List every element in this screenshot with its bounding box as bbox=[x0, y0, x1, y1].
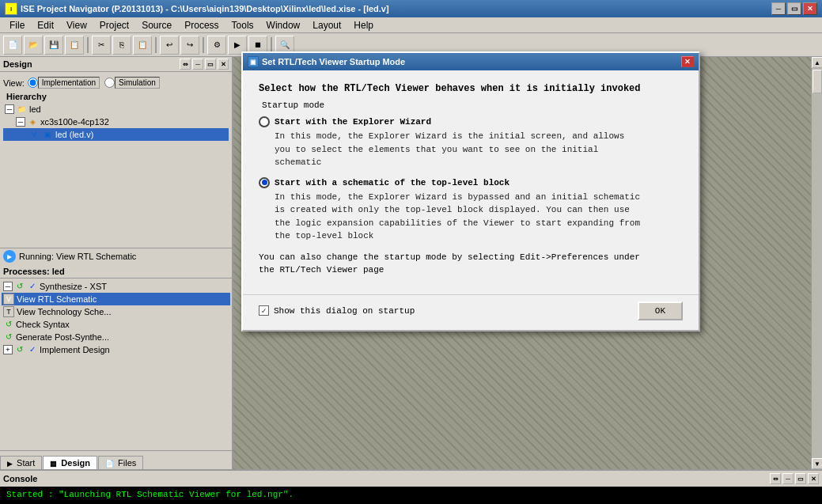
radio-option-1: Start with the Explorer Wizard In this m… bbox=[259, 116, 683, 169]
modal-heading: Select how the RTL/Tech Viewer behaves w… bbox=[259, 83, 683, 94]
modal-close-button[interactable]: ✕ bbox=[681, 56, 694, 67]
modal-dialog: ▣ Set RTL/Tech Viewer Startup Mode ✕ Sel… bbox=[241, 51, 700, 332]
modal-overlay: ▣ Set RTL/Tech Viewer Startup Mode ✕ Sel… bbox=[0, 0, 822, 504]
radio-label-2: Start with a schematic of the top-level … bbox=[275, 178, 509, 188]
radio-btn-1[interactable] bbox=[259, 116, 270, 127]
modal-title-bar: ▣ Set RTL/Tech Viewer Startup Mode ✕ bbox=[243, 53, 699, 70]
radio-btn-2[interactable] bbox=[259, 177, 270, 188]
modal-body: Select how the RTL/Tech Viewer behaves w… bbox=[243, 70, 699, 294]
radio-row-2: Start with a schematic of the top-level … bbox=[259, 177, 683, 188]
radio-desc-1: In this mode, the Explorer Wizard is the… bbox=[275, 130, 683, 169]
modal-footer: ✓ Show this dialog on startup OK bbox=[243, 294, 699, 330]
modal-icon: ▣ bbox=[248, 56, 259, 67]
radio-option-2: Start with a schematic of the top-level … bbox=[259, 177, 683, 243]
checkbox-label: Show this dialog on startup bbox=[274, 306, 415, 316]
radio-label-1: Start with the Explorer Wizard bbox=[275, 117, 431, 127]
radio-row-1: Start with the Explorer Wizard bbox=[259, 116, 683, 127]
radio-desc-2: In this mode, the Explorer Wizard is byp… bbox=[275, 191, 683, 243]
checkbox-row: ✓ Show this dialog on startup bbox=[259, 305, 415, 316]
modal-title: Set RTL/Tech Viewer Startup Mode bbox=[262, 57, 405, 66]
ok-button[interactable]: OK bbox=[638, 301, 683, 320]
modal-note: You can also change the startup mode by … bbox=[259, 251, 683, 277]
show-dialog-checkbox[interactable]: ✓ bbox=[259, 305, 269, 316]
startup-mode-label: Startup mode bbox=[262, 100, 683, 110]
